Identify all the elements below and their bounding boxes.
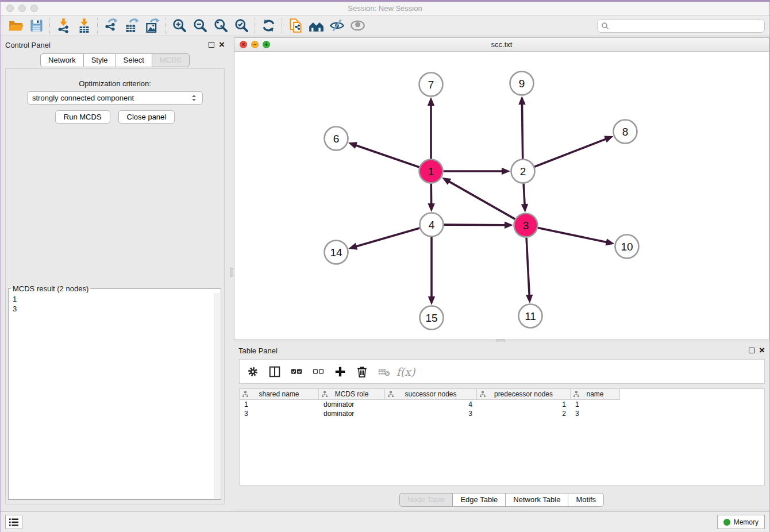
run-mcds-button[interactable]: Run MCDS	[55, 110, 110, 124]
edge-1-6[interactable]	[348, 142, 419, 167]
tab-mcds[interactable]: MCDS	[152, 53, 190, 67]
edge-3-1[interactable]	[442, 178, 515, 219]
deselect-all-rows-button[interactable]	[310, 363, 327, 380]
tab-motifs[interactable]: Motifs	[568, 493, 604, 507]
node-9[interactable]: 9	[510, 72, 534, 95]
column-header-successor-nodes[interactable]: successor nodes	[385, 389, 477, 399]
column-header-predecessor-nodes[interactable]: predecessor nodes	[477, 389, 571, 399]
close-panel-icon[interactable]: ×	[219, 42, 225, 48]
function-builder-button[interactable]: f(x)	[397, 363, 414, 380]
edge-4-3[interactable]	[444, 222, 513, 229]
select-all-rows-button[interactable]	[288, 363, 305, 380]
save-session-icon	[29, 18, 44, 33]
cell-predecessor-nodes: 1	[477, 400, 571, 409]
edge-2-3[interactable]	[521, 183, 528, 213]
column-type-icon	[322, 391, 328, 397]
save-session-button[interactable]	[26, 17, 47, 35]
zoom-fit-icon	[213, 18, 229, 33]
column-visibility-icon	[268, 365, 281, 378]
toolbar-separator	[282, 18, 282, 34]
node-3[interactable]: 3	[514, 214, 538, 237]
result-scrollbar[interactable]	[214, 293, 220, 499]
tab-select[interactable]: Select	[116, 53, 152, 67]
column-visibility-button[interactable]	[266, 363, 283, 380]
clone-network-button[interactable]	[285, 17, 306, 35]
export-network-button[interactable]	[101, 17, 121, 35]
network-canvas[interactable]: 7968124314101511	[234, 52, 769, 340]
task-history-button[interactable]	[5, 515, 22, 529]
export-network-icon	[103, 18, 119, 33]
hide-selected-button[interactable]	[326, 17, 347, 35]
column-header-shared-name[interactable]: shared name	[240, 389, 319, 399]
node-14[interactable]: 14	[325, 241, 348, 264]
control-panel: Control Panel × NetworkStyleSelectMCDS O…	[1, 36, 229, 511]
panel-splitter[interactable]	[229, 36, 234, 511]
zoom-selected-button[interactable]	[231, 17, 252, 35]
delete-table-button[interactable]	[375, 363, 392, 380]
edge-3-11[interactable]	[526, 237, 533, 303]
table-row[interactable]: 1dominator411	[240, 400, 764, 409]
column-header-name[interactable]: name	[571, 389, 620, 399]
node-7[interactable]: 7	[419, 73, 443, 97]
node-label: 3	[523, 219, 529, 232]
search-input[interactable]	[609, 22, 761, 30]
tab-node-table[interactable]: Node Table	[399, 493, 453, 507]
table-row[interactable]: 3dominator323	[240, 409, 764, 418]
node-11[interactable]: 11	[519, 304, 542, 328]
splitter-grip[interactable]	[230, 268, 233, 277]
zoom-fit-button[interactable]	[210, 17, 231, 35]
delete-column-icon	[356, 365, 368, 378]
edge-4-15[interactable]	[428, 237, 435, 306]
main-toolbar	[1, 16, 769, 36]
edge-1-4[interactable]	[428, 183, 434, 212]
tab-network-table[interactable]: Network Table	[505, 493, 568, 507]
tab-network[interactable]: Network	[40, 53, 84, 67]
criterion-select[interactable]: strongly connected component	[27, 91, 203, 105]
table-settings-button[interactable]	[244, 363, 261, 380]
zoom-in-button[interactable]	[169, 17, 190, 35]
node-1[interactable]: 1	[419, 160, 443, 183]
import-network-button[interactable]	[53, 17, 74, 35]
cell-shared-name: 3	[240, 409, 319, 418]
first-neighbors-button[interactable]	[306, 17, 326, 35]
node-8[interactable]: 8	[614, 120, 637, 144]
import-network-icon	[56, 18, 71, 33]
add-column-button[interactable]	[332, 363, 349, 380]
refresh-layout-button[interactable]	[258, 17, 279, 35]
zoom-out-button[interactable]	[190, 17, 210, 35]
clone-network-icon	[288, 18, 303, 33]
column-header-mcds-role[interactable]: MCDS role	[319, 389, 385, 399]
show-all-button[interactable]	[347, 17, 368, 35]
mcds-result-title: MCDS result (2 nodes)	[11, 284, 90, 293]
import-table-button[interactable]	[74, 17, 94, 35]
chevron-updown-icon	[190, 94, 198, 102]
node-label: 1	[428, 165, 434, 178]
close-panel-button[interactable]: Close panel	[118, 110, 175, 124]
tab-edge-table[interactable]: Edge Table	[452, 493, 506, 507]
node-6[interactable]: 6	[325, 127, 348, 151]
export-table-icon	[124, 18, 140, 33]
close-panel-icon[interactable]: ×	[759, 348, 765, 353]
node-10[interactable]: 10	[615, 235, 639, 259]
node-table[interactable]: shared nameMCDS rolesuccessor nodesprede…	[239, 388, 765, 485]
deselect-all-rows-icon	[312, 365, 325, 378]
table-panel: Table Panel ×	[234, 342, 769, 509]
edge-1-2[interactable]	[444, 168, 511, 175]
float-panel-icon[interactable]	[209, 42, 214, 48]
edge-4-14[interactable]	[348, 228, 419, 250]
edge-1-7[interactable]	[428, 97, 434, 159]
node-4[interactable]: 4	[420, 213, 444, 237]
export-table-button[interactable]	[121, 17, 142, 35]
edge-3-10[interactable]	[538, 228, 614, 245]
tab-style[interactable]: Style	[83, 53, 116, 67]
open-session-button[interactable]	[5, 17, 26, 35]
float-panel-icon[interactable]	[749, 348, 754, 353]
delete-column-button[interactable]	[353, 363, 371, 380]
node-2[interactable]: 2	[511, 160, 535, 183]
node-15[interactable]: 15	[420, 306, 444, 330]
memory-button[interactable]: Memory	[717, 515, 765, 529]
edge-2-9[interactable]	[518, 96, 525, 159]
edge-2-8[interactable]	[534, 136, 613, 167]
export-image-button[interactable]	[142, 17, 163, 35]
network-graph: 7968124314101511	[234, 52, 769, 340]
